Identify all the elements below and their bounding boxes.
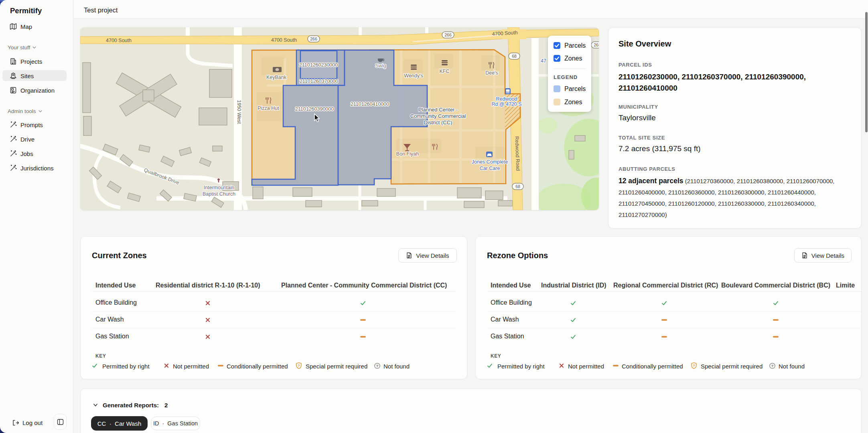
svg-text:District (CC): District (CC)	[424, 119, 452, 125]
svg-text:?: ?	[771, 364, 774, 368]
svg-text:21101260230000: 21101260230000	[299, 62, 338, 68]
svg-text:?: ?	[298, 363, 300, 368]
svg-text:Pizza Hut: Pizza Hut	[258, 105, 279, 111]
svg-text:21101260370000: 21101260370000	[300, 79, 338, 84]
svg-text:47: 47	[541, 58, 546, 64]
svg-text:Jones Complete: Jones Complete	[472, 159, 508, 165]
svg-text:68: 68	[515, 184, 520, 189]
svg-text:266: 266	[444, 32, 452, 37]
svg-text:266: 266	[310, 36, 317, 41]
svg-text:Swig: Swig	[375, 63, 386, 69]
svg-text:Redwood: Redwood	[496, 96, 517, 102]
svg-text:Dee's: Dee's	[485, 70, 498, 76]
svg-text:KFC: KFC	[440, 69, 450, 74]
svg-text:68: 68	[512, 54, 517, 59]
svg-text:266: 266	[594, 42, 599, 47]
svg-text:?: ?	[376, 364, 379, 368]
svg-text:Intermountain: Intermountain	[204, 185, 234, 190]
svg-text:Planned Center -: Planned Center -	[418, 107, 458, 113]
svg-text:Bon Fiyah: Bon Fiyah	[396, 151, 419, 157]
svg-text:KeyBank: KeyBank	[266, 75, 287, 80]
svg-text:?: ?	[693, 363, 695, 368]
svg-text:4700 South: 4700 South	[271, 37, 297, 43]
svg-text:Community Commercial: Community Commercial	[410, 113, 466, 119]
svg-text:21101260390000: 21101260390000	[295, 106, 334, 112]
svg-text:Wendy's: Wendy's	[404, 73, 423, 79]
svg-text:4700 South: 4700 South	[106, 38, 132, 43]
svg-text:1950 West: 1950 West	[236, 100, 242, 124]
svg-text:Rd @ 4720 S: Rd @ 4720 S	[491, 101, 521, 107]
svg-text:Baptist Church: Baptist Church	[203, 191, 235, 197]
svg-text:21101260410000: 21101260410000	[351, 101, 389, 107]
svg-text:Car Care: Car Care	[480, 166, 500, 171]
